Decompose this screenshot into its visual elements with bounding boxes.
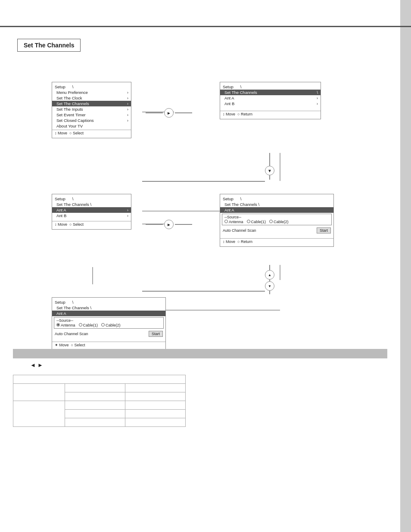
radio-cable2	[269, 220, 273, 223]
updown-arrow-1: ▲ ▼	[265, 265, 274, 294]
menu1-footer: ↕ Move ○ Select	[52, 130, 131, 136]
menu4-source-title: ─Source─	[224, 215, 329, 219]
right-sidebar	[400, 0, 411, 532]
arrow-right-1: ►	[146, 108, 192, 118]
right-arrow-icon: ►	[37, 362, 43, 368]
menu2-item-ant-b: Ant B›	[220, 101, 321, 106]
table-row	[13, 384, 186, 392]
up-arrow-circle-1: ▲	[265, 270, 274, 280]
section-title: Set The Channels	[24, 42, 74, 49]
right-arrow-circle-1: ►	[164, 108, 174, 118]
table-cell	[65, 384, 125, 392]
menu5-source-box: ─Source─ Antenna Cable(1) Cable(2)	[54, 317, 164, 329]
radio-cable1	[247, 220, 250, 223]
top-rule	[0, 26, 411, 27]
menu1-item-menu-preference: Menu Preference›	[52, 90, 131, 95]
left-arrow-icon: ◄	[30, 362, 36, 368]
menu3-subtitle: Set The Channels \	[52, 202, 131, 207]
menu3-footer: ↕ Move ○ Select	[52, 221, 131, 227]
menu5-title: Setup \	[52, 299, 165, 305]
table-cell	[13, 401, 65, 427]
table-cell	[65, 401, 125, 410]
bottom-table	[13, 375, 186, 427]
menu4-title: Setup \	[220, 196, 333, 202]
menu4-source-box: ─Source─ Antenna Cable(1) Cable(2)	[222, 214, 332, 225]
menu5-ant-a: Ant A	[52, 311, 165, 316]
menu2-item-ant-a: Ant A›	[220, 95, 321, 101]
menu4-ant-a: Ant A	[220, 207, 333, 213]
menu1-item-event-timer: Set Event Timer›	[52, 112, 131, 118]
setup-menu-1: Setup \ Menu Preference› Set The Clock› …	[52, 82, 131, 138]
h-line-1	[142, 181, 265, 182]
menu3-item-ant-a: Ant A›	[52, 207, 131, 213]
menu5-footer: ✦ Move ○ Select	[52, 342, 165, 348]
menu3-item-ant-b: Ant B›	[52, 213, 131, 218]
info-bar	[13, 349, 387, 358]
down-arrow-circle-2: ▼	[265, 281, 274, 291]
down-arrow-1: ▼	[265, 153, 274, 180]
menu5-start-btn[interactable]: Start	[149, 331, 163, 337]
menu4-subtitle: Set The Channels \	[220, 202, 333, 207]
menu5-subtitle: Set The Channels \	[52, 305, 165, 311]
setup-menu-3: Setup \ Set The Channels \ Ant A› Ant B›…	[52, 194, 131, 230]
menu5-radio-row: Antenna Cable(1) Cable(2)	[56, 323, 161, 327]
arrow-right-2: ►	[146, 220, 192, 229]
setup-menu-5: Setup \ Set The Channels \ Ant A ─Source…	[52, 297, 166, 350]
radio-cable2-b	[101, 323, 105, 327]
menu4-footer: ↕ Move ○ Return	[220, 238, 333, 245]
menu2-item-set-channels: Set The Channels\	[220, 90, 321, 95]
menu1-item-about-tv: About Your TV	[52, 123, 131, 129]
menu4-radio-row: Antenna Cable(1) Cable(2)	[224, 220, 329, 224]
table-row	[13, 401, 186, 410]
table-cell	[65, 418, 125, 427]
radio-cable1-b	[79, 323, 82, 327]
radio-antenna	[224, 220, 228, 223]
menu4-scan-row: Auto Channel Scan Start	[220, 226, 333, 235]
menu1-item-closed-captions: Set Closed Captions›	[52, 118, 131, 123]
nav-icons-row: ◄ ►	[30, 362, 43, 368]
table-cell	[125, 401, 186, 410]
menu1-item-set-inputs: Set The Inputs›	[52, 106, 131, 112]
radio-antenna-filled	[56, 323, 60, 327]
menu3-title: Setup \	[52, 196, 131, 202]
table-cell	[125, 384, 186, 392]
setup-menu-4: Setup \ Set The Channels \ Ant A ─Source…	[220, 194, 334, 247]
menu5-source-title: ─Source─	[56, 318, 161, 323]
table-cell	[65, 410, 125, 418]
table-cell	[65, 392, 125, 401]
menu4-start-btn[interactable]: Start	[317, 227, 331, 233]
table-cell	[125, 392, 186, 401]
menu1-item-set-clock: Set The Clock›	[52, 95, 131, 101]
menu2-title: Setup \	[220, 84, 321, 90]
menu1-title: Setup \	[52, 84, 131, 90]
menu5-scan-row: Auto Channel Scan Start	[52, 330, 165, 338]
right-arrow-circle-2: ►	[164, 220, 174, 229]
table-cell	[13, 384, 65, 401]
menu2-footer: ↕ Move ○ Return	[220, 111, 321, 117]
menu1-item-set-channels: Set The Channels›	[52, 101, 131, 106]
h-line-2	[142, 291, 265, 292]
table-cell	[125, 410, 186, 418]
down-arrow-circle-1: ▼	[265, 166, 274, 175]
section-title-box: Set The Channels	[17, 39, 81, 52]
table-row	[13, 375, 186, 384]
table-cell	[125, 418, 186, 427]
setup-menu-2: Setup \ Set The Channels\ Ant A› Ant B› …	[220, 82, 321, 119]
table-header-row	[13, 375, 186, 384]
